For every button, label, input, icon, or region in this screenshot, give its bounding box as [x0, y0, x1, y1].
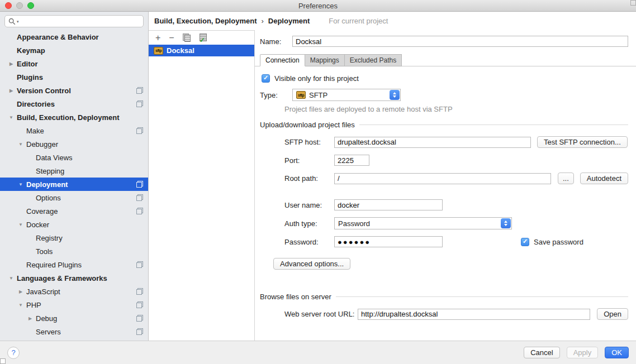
sidebar-item-label: Options — [36, 194, 61, 202]
tab-connection[interactable]: Connection — [260, 54, 305, 66]
user-name-input[interactable] — [334, 199, 443, 210]
save-password-checkbox[interactable] — [521, 238, 529, 246]
tab-excluded-paths[interactable]: Excluded Paths — [345, 54, 402, 66]
sidebar-item-label: JavaScript — [26, 288, 60, 296]
combo-stepper-icon[interactable] — [501, 218, 511, 228]
auth-type-select[interactable]: Password — [334, 217, 512, 229]
sidebar-item-label: Editor — [17, 60, 38, 68]
server-item-docksal[interactable]: sftp Docksal — [149, 45, 254, 56]
zoom-window-button[interactable] — [27, 2, 34, 9]
browse-root-path-button[interactable]: ... — [558, 173, 574, 184]
cancel-button[interactable]: Cancel — [524, 347, 559, 358]
settings-sidebar: ▾ Appearance & BehaviorKeymap▶EditorPlug… — [0, 12, 149, 341]
chevron-right-icon[interactable]: ▶ — [25, 316, 36, 321]
sidebar-item-label: Directories — [17, 100, 55, 108]
sidebar-item-build-execution-deployment[interactable]: ▼Build, Execution, Deployment — [0, 111, 148, 124]
chevron-down-icon[interactable]: ▼ — [6, 276, 17, 281]
sidebar-item-label: Required Plugins — [26, 261, 82, 269]
sidebar-item-debug[interactable]: ▶Debug — [0, 312, 148, 325]
ok-button[interactable]: OK — [605, 347, 629, 358]
sidebar-item-tools[interactable]: Tools — [0, 245, 148, 258]
sidebar-item-make[interactable]: Make — [0, 124, 148, 137]
sidebar-item-version-control[interactable]: ▶Version Control — [0, 84, 148, 97]
tab-mappings[interactable]: Mappings — [305, 54, 345, 66]
use-as-default-icon[interactable] — [199, 33, 207, 42]
password-label: Password: — [284, 238, 334, 246]
minimize-window-button[interactable] — [16, 2, 23, 9]
type-select[interactable]: sftp SFTP — [292, 89, 401, 101]
sidebar-item-label: Build, Execution, Deployment — [17, 113, 119, 122]
port-input[interactable] — [334, 155, 369, 166]
sidebar-item-deployment[interactable]: ▼Deployment — [0, 178, 148, 191]
sidebar-item-label: Coverage — [26, 207, 58, 215]
chevron-right-icon[interactable]: ▶ — [6, 61, 17, 66]
sidebar-item-coverage[interactable]: Coverage — [0, 204, 148, 218]
sidebar-item-label: Plugins — [17, 73, 43, 82]
chevron-down-icon[interactable]: ▼ — [15, 182, 26, 187]
sidebar-item-appearance-behavior[interactable]: Appearance & Behavior — [0, 30, 148, 44]
save-password-label: Save password — [534, 238, 583, 246]
sidebar-item-debugger[interactable]: ▼Debugger — [0, 137, 148, 151]
sidebar-item-label: Make — [26, 127, 44, 135]
chevron-down-icon[interactable]: ▼ — [15, 142, 26, 147]
sidebar-item-plugins[interactable]: Plugins — [0, 70, 148, 84]
test-sftp-connection-button[interactable]: Test SFTP connection... — [537, 136, 628, 148]
open-button[interactable]: Open — [597, 308, 628, 320]
sidebar-item-docker[interactable]: ▼Docker — [0, 218, 148, 231]
sidebar-item-stepping[interactable]: Stepping — [0, 164, 148, 178]
sidebar-item-keymap[interactable]: Keymap — [0, 44, 148, 57]
sidebar-item-label: Languages & Frameworks — [17, 274, 107, 282]
sidebar-item-registry[interactable]: Registry — [0, 231, 148, 245]
sftp-host-input[interactable] — [334, 137, 531, 148]
add-server-button[interactable]: + — [155, 33, 160, 42]
chevron-down-icon[interactable]: ▼ — [15, 222, 26, 227]
deployment-form: Name: Connection Mappings Excluded Paths… — [255, 30, 636, 341]
sidebar-item-options[interactable]: Options — [0, 191, 148, 204]
sidebar-item-label: Keymap — [17, 46, 45, 55]
per-project-settings-icon — [136, 301, 143, 308]
sftp-file-icon: sftp — [154, 47, 163, 55]
sidebar-item-servers[interactable]: Servers — [0, 325, 148, 338]
breadcrumb-group[interactable]: Build, Execution, Deployment — [154, 17, 257, 25]
close-window-button[interactable] — [5, 2, 12, 9]
sidebar-item-javascript[interactable]: ▶JavaScript — [0, 285, 148, 298]
combo-stepper-icon[interactable] — [390, 90, 400, 100]
chevron-right-icon[interactable]: ▶ — [6, 88, 17, 93]
sidebar-item-required-plugins[interactable]: Required Plugins — [0, 258, 148, 271]
search-input[interactable]: ▾ — [4, 15, 144, 27]
chevron-down-icon[interactable]: ▼ — [6, 115, 17, 120]
advanced-options-button[interactable]: Advanced options... — [273, 258, 350, 270]
sidebar-item-languages-frameworks[interactable]: ▼Languages & Frameworks — [0, 271, 148, 285]
settings-tabs: Connection Mappings Excluded Paths — [255, 54, 636, 66]
password-input[interactable] — [334, 236, 443, 247]
sidebar-item-label: Registry — [36, 234, 63, 242]
sidebar-item-editor[interactable]: ▶Editor — [0, 57, 148, 70]
web-root-input[interactable] — [358, 309, 590, 320]
visible-only-checkbox[interactable] — [262, 74, 270, 83]
help-button[interactable]: ? — [7, 347, 20, 359]
root-path-input[interactable] — [334, 173, 551, 184]
name-input[interactable] — [292, 36, 628, 47]
autodetect-button[interactable]: Autodetect — [580, 173, 628, 184]
sidebar-item-label: Debug — [36, 314, 57, 323]
breadcrumb: Build, Execution, Deployment › Deploymen… — [149, 12, 636, 30]
type-hint: Project files are deployed to a remote h… — [284, 105, 628, 113]
search-dropdown-arrow-icon[interactable]: ▾ — [17, 20, 19, 23]
chevron-right-icon[interactable]: ▶ — [15, 289, 26, 294]
copy-server-icon[interactable] — [183, 33, 191, 42]
per-project-settings-icon — [136, 194, 143, 201]
chevron-down-icon[interactable]: ▼ — [15, 303, 26, 308]
section-divider — [336, 296, 628, 297]
sidebar-item-label: Stepping — [36, 167, 64, 175]
sidebar-item-data-views[interactable]: Data Views — [0, 151, 148, 164]
sidebar-item-directories[interactable]: Directories — [0, 97, 148, 111]
browse-section-header: Browse files on server — [260, 293, 628, 301]
sidebar-item-label: Deployment — [26, 180, 68, 189]
content-region: Build, Execution, Deployment › Deploymen… — [149, 12, 636, 341]
per-project-settings-icon — [136, 181, 143, 188]
deployment-split: + − sftp Docksal Name: — [149, 30, 636, 341]
remove-server-button[interactable]: − — [169, 33, 174, 42]
apply-button[interactable]: Apply — [567, 347, 599, 358]
type-label: Type: — [260, 91, 292, 99]
sidebar-item-php[interactable]: ▼PHP — [0, 298, 148, 312]
